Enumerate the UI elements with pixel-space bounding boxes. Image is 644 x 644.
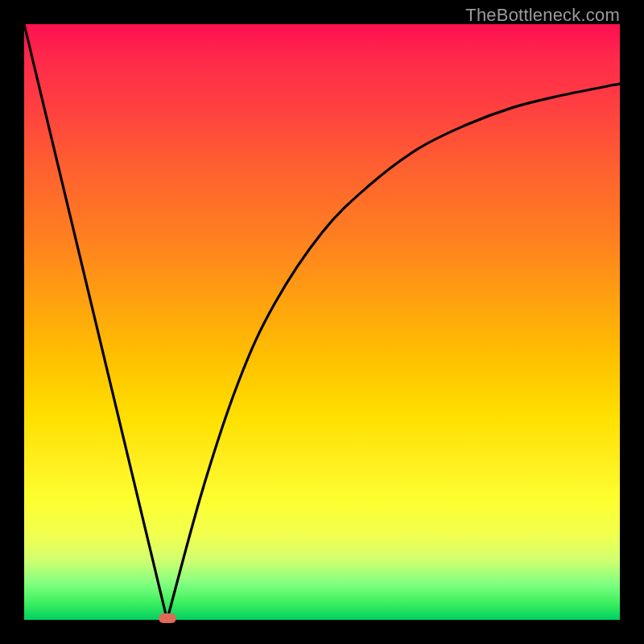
- optimal-point-marker: [159, 613, 176, 623]
- plot-gradient-background: [24, 24, 620, 620]
- chart-container: TheBottleneck.com: [0, 0, 644, 644]
- watermark-text: TheBottleneck.com: [465, 5, 620, 26]
